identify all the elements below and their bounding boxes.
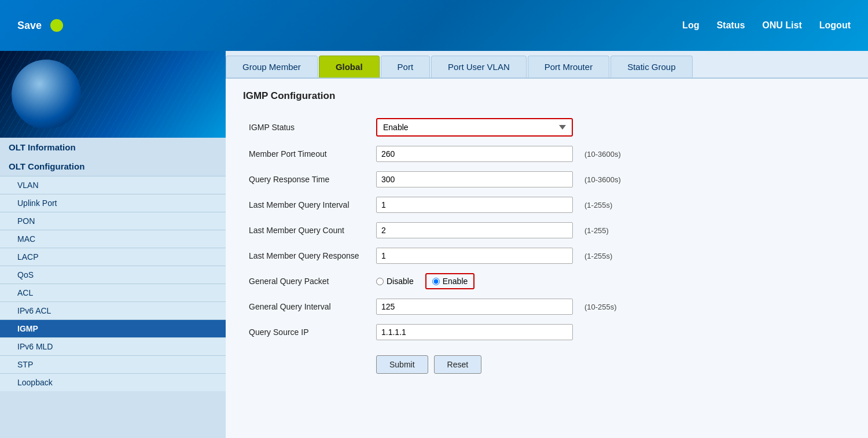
sidebar-item-loopback[interactable]: Loopback [0, 373, 226, 391]
status-link[interactable]: Status [716, 20, 745, 31]
main-layout: OLT Information OLT Configuration VLAN U… [0, 51, 868, 438]
sidebar-item-qos[interactable]: QoS [0, 266, 226, 284]
query-response-time-row: Query Response Time (10-3600s) [243, 167, 627, 192]
onu-list-link[interactable]: ONU List [762, 20, 801, 31]
log-link[interactable]: Log [682, 20, 699, 31]
sidebar-item-uplink-port[interactable]: Uplink Port [0, 194, 226, 212]
last-member-query-count-label: Last Member Query Count [243, 218, 370, 243]
last-member-query-count-input[interactable] [376, 222, 573, 238]
last-member-query-response-hint: (1-255s) [579, 243, 627, 268]
sidebar: OLT Information OLT Configuration VLAN U… [0, 51, 226, 438]
igmp-status-row: IGMP Status Enable Disable [243, 113, 627, 141]
general-query-interval-input[interactable] [376, 299, 573, 315]
member-port-timeout-row: Member Port Timeout (10-3600s) [243, 141, 627, 167]
query-response-time-cell [370, 167, 579, 192]
query-source-ip-input[interactable] [376, 324, 573, 340]
igmp-status-select[interactable]: Enable Disable [376, 118, 573, 137]
tab-group-member[interactable]: Group Member [226, 56, 318, 78]
general-query-packet-disable-label[interactable]: Disable [376, 277, 414, 286]
top-bar-right: Log Status ONU List Logout [682, 20, 851, 31]
sidebar-section-olt-info[interactable]: OLT Information [0, 138, 226, 157]
sidebar-item-mac[interactable]: MAC [0, 230, 226, 248]
tab-static-group[interactable]: Static Group [610, 56, 692, 78]
general-query-packet-enable-label[interactable]: Enable [432, 277, 468, 286]
member-port-timeout-label: Member Port Timeout [243, 141, 370, 167]
igmp-status-cell: Enable Disable [370, 113, 579, 141]
sidebar-item-stp[interactable]: STP [0, 355, 226, 373]
sidebar-hero [0, 51, 226, 138]
sidebar-item-ipv6-acl[interactable]: IPv6 ACL [0, 301, 226, 319]
button-cell: Submit Reset [370, 345, 579, 378]
sidebar-section-olt-config[interactable]: OLT Configuration [0, 157, 226, 176]
submit-button[interactable]: Submit [376, 355, 428, 374]
last-member-query-interval-label: Last Member Query Interval [243, 192, 370, 218]
globe-image [12, 60, 81, 129]
general-query-packet-label: General Query Packet [243, 268, 370, 294]
sidebar-item-acl[interactable]: ACL [0, 284, 226, 301]
page-content: IGMP Configuration IGMP Status Enable Di… [226, 79, 868, 438]
general-query-interval-label: General Query Interval [243, 294, 370, 319]
sidebar-item-lacp[interactable]: LACP [0, 248, 226, 266]
logout-link[interactable]: Logout [819, 20, 851, 31]
query-source-ip-label: Query Source IP [243, 319, 370, 345]
member-port-timeout-hint: (10-3600s) [579, 141, 627, 167]
last-member-query-interval-row: Last Member Query Interval (1-255s) [243, 192, 627, 218]
last-member-query-response-input[interactable] [376, 248, 573, 264]
sidebar-item-vlan[interactable]: VLAN [0, 176, 226, 194]
last-member-query-response-label: Last Member Query Response [243, 243, 370, 268]
general-query-interval-cell [370, 294, 579, 319]
tab-bar: Group Member Global Port Port User VLAN … [226, 51, 868, 79]
tab-port-mrouter[interactable]: Port Mrouter [528, 56, 609, 78]
last-member-query-interval-input[interactable] [376, 197, 573, 213]
last-member-query-count-hint: (1-255) [579, 218, 627, 243]
member-port-timeout-input[interactable] [376, 146, 573, 162]
general-query-packet-disable-radio[interactable] [376, 278, 384, 285]
query-response-time-hint: (10-3600s) [579, 167, 627, 192]
top-bar-left: Save [17, 19, 659, 32]
tab-global[interactable]: Global [319, 56, 380, 78]
general-query-packet-cell: Disable Enable [370, 268, 579, 294]
action-buttons: Submit Reset [376, 355, 573, 374]
igmp-status-label: IGMP Status [243, 113, 370, 141]
last-member-query-count-cell [370, 218, 579, 243]
general-query-packet-disable-text: Disable [387, 277, 414, 286]
igmp-form: IGMP Status Enable Disable Member Port T… [243, 113, 627, 378]
member-port-timeout-cell [370, 141, 579, 167]
general-query-packet-row: General Query Packet Disable Enable [243, 268, 627, 294]
general-query-packet-enable-radio[interactable] [432, 278, 440, 285]
last-member-query-interval-hint: (1-255s) [579, 192, 627, 218]
general-query-interval-hint: (10-255s) [579, 294, 627, 319]
last-member-query-response-cell [370, 243, 579, 268]
sidebar-item-ipv6-mld[interactable]: IPv6 MLD [0, 337, 226, 355]
page-title: IGMP Configuration [243, 90, 851, 102]
query-source-ip-cell [370, 319, 579, 345]
last-member-query-interval-cell [370, 192, 579, 218]
top-bar: Save Log Status ONU List Logout [0, 0, 868, 51]
reset-button[interactable]: Reset [434, 355, 482, 374]
tab-port-user-vlan[interactable]: Port User VLAN [431, 56, 527, 78]
status-indicator [50, 19, 63, 32]
content-area: Group Member Global Port Port User VLAN … [226, 51, 868, 438]
general-query-packet-enable-wrapper: Enable [425, 273, 475, 289]
last-member-query-count-row: Last Member Query Count (1-255) [243, 218, 627, 243]
sidebar-item-pon[interactable]: PON [0, 212, 226, 230]
tab-port[interactable]: Port [381, 56, 431, 78]
query-response-time-label: Query Response Time [243, 167, 370, 192]
query-source-ip-row: Query Source IP [243, 319, 627, 345]
general-query-interval-row: General Query Interval (10-255s) [243, 294, 627, 319]
query-response-time-input[interactable] [376, 171, 573, 187]
last-member-query-response-row: Last Member Query Response (1-255s) [243, 243, 627, 268]
button-row: Submit Reset [243, 345, 627, 378]
sidebar-item-igmp[interactable]: IGMP [0, 319, 226, 337]
general-query-packet-radio-group: Disable Enable [376, 273, 573, 289]
general-query-packet-enable-text: Enable [443, 277, 468, 286]
save-button[interactable]: Save [17, 20, 42, 32]
